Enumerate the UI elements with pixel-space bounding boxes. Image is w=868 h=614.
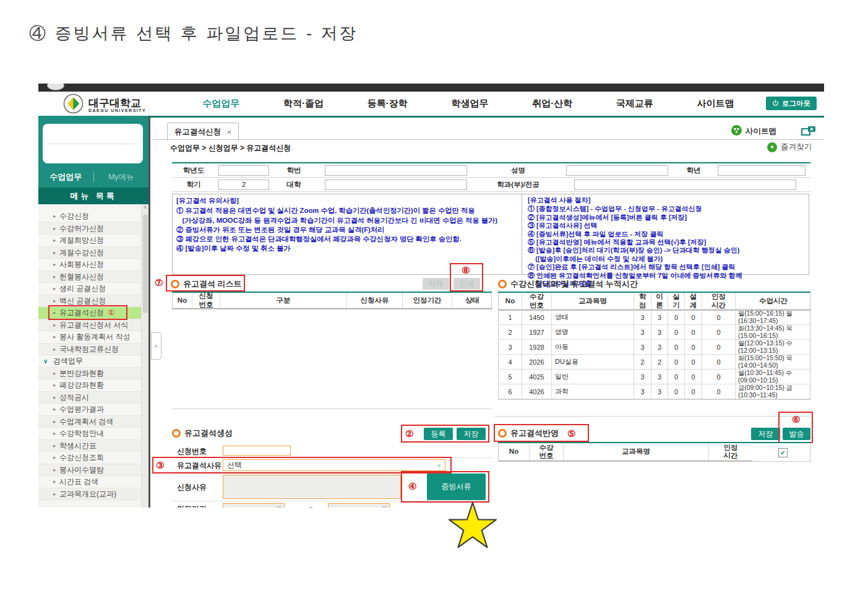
nav-item[interactable]: 등록·장학 (367, 98, 408, 110)
name-input[interactable] (566, 165, 668, 176)
sidebar-menu-item[interactable]: ▸ ∨ 유고결석신청서 서식 (38, 319, 141, 332)
sidebar-menu-item[interactable]: ▸ ∨ 사회봉사신청 (38, 259, 141, 271)
sidebar-menu-item[interactable]: ▸ ∨ 수강학점안내 (38, 428, 141, 440)
university-emblem-icon (63, 93, 84, 116)
notice-line: ① [종합정보시스템] - 수업업무 - 신청업무 - 유고결석신청 (528, 205, 805, 213)
grade-input[interactable] (718, 165, 805, 176)
nav-item[interactable]: 학적·졸업 (283, 98, 324, 110)
college-label: 대학 (272, 178, 316, 192)
sidebar-menu-item[interactable]: ▸ ∨ 교과목개요(교과) (38, 488, 141, 501)
sidebar-menu-item[interactable]: ▸ ∨ 수강신청조회 (38, 452, 141, 464)
sidebar-menu-item[interactable]: ▸ ∨ 봉사 활동계획서 작성 (38, 331, 141, 344)
annotation-step-7: ⑦ (155, 278, 163, 287)
sidebar-menu: ▸ ∨ 수강신청 ▸ ∨ 수강허가신청 ▸ ∨ 계절희망신청 (38, 204, 141, 508)
period-row: 인정기간 ▦ ~ ▦ (172, 501, 492, 508)
grade-label: 학년 (674, 163, 713, 178)
menu-item-label: 수업평가결과 (59, 405, 104, 413)
menu-item-label: 분반강좌현황 (59, 369, 104, 378)
reflection-column-header: 인정 시간 (709, 443, 752, 461)
applyno-input[interactable] (223, 446, 291, 456)
sidebar-menu-item[interactable]: ▸ ∨ 분반강좌현황 (38, 368, 141, 380)
content-tab[interactable]: 유고결석신청 × (167, 123, 239, 141)
notice-line: ⑥ [발송]후 [승인]처리 대기(학과(부)장 승인) -> 단과대학 행정실… (528, 246, 805, 254)
sidebar-menu-item[interactable]: ▸ ∨ 수강허가신청 (38, 223, 141, 235)
annotation-step-5: ⑤ (567, 429, 575, 438)
nav-item[interactable]: 학생업무 (451, 98, 488, 110)
absence-column-header: 인정기간 (403, 293, 452, 309)
menu-item-label: 봉사 활동계획서 작성 (59, 332, 131, 341)
item-arrow-icon: ▸ (53, 464, 56, 477)
sidebar-tab-my-menu[interactable]: My메뉴 (94, 172, 149, 183)
item-arrow-icon: ▸ (53, 379, 56, 392)
reflection-save-button[interactable]: 저장 (751, 428, 780, 440)
user-info-box (43, 124, 143, 163)
item-arrow-icon: ▸ (53, 223, 56, 235)
year-input[interactable] (218, 165, 270, 176)
nav-item[interactable]: 사이트맵 (697, 98, 734, 110)
sidebar-menu-item[interactable]: ▸ ∨ 수강신청 (38, 210, 141, 223)
notice-line: ⑤ [유고결석반영] 메뉴에서 적용할 교과목 선택(√)후 [저장] (528, 238, 805, 246)
sidebar-menu-item[interactable]: ▸ ∨ 수업계획서 검색 (38, 416, 141, 428)
delete-button[interactable]: 삭제 (423, 278, 449, 290)
menu-item-label: 계절희망신청 (59, 236, 104, 244)
sidebar-menu-item[interactable]: ▸ ∨ 봉사이수열람 (38, 464, 141, 477)
sidebar-menu-item[interactable]: ▸ ∨ 시간표 검색 (38, 476, 141, 488)
favorites-link[interactable]: ★ 즐겨찾기 (767, 142, 812, 152)
absence-list-bottom-line (172, 409, 492, 409)
sidebar-tab-class-work[interactable]: 수업업무 (38, 171, 93, 183)
item-arrow-icon: ▸ (53, 488, 56, 501)
annotation-step-1-box (48, 305, 127, 320)
annotation-step-4-box (401, 471, 489, 503)
sidebar-menu-item[interactable]: ▸ ∨ 검색업무 (38, 355, 141, 368)
reason-textarea[interactable] (223, 475, 401, 499)
tab-close-icon[interactable]: × (227, 128, 232, 137)
creation-save-button[interactable]: 저장 (457, 428, 486, 440)
sidebar-divider (148, 116, 150, 508)
sidebar-menu-item[interactable]: ▸ ∨ 생리 공결신청 (38, 283, 141, 295)
college-input[interactable] (325, 179, 468, 190)
sidebar-menu-item[interactable]: ▸ ∨ 국내학점교류신청 (38, 344, 141, 356)
select-all-checkbox[interactable]: ✔ (778, 448, 788, 457)
item-arrow-icon: ▸ (53, 368, 56, 380)
sidebar-menu-item[interactable]: ▸ ∨ 계절희망신청 (38, 235, 141, 247)
item-arrow-icon: ▸ (53, 416, 56, 428)
section-bullet-icon (171, 280, 179, 288)
year-label: 학년도 (172, 163, 215, 178)
major-input[interactable] (574, 179, 796, 190)
sidebar-menu-item[interactable]: ▸ ∨ 헌혈봉사신청 (38, 271, 141, 283)
sidebar-menu-item[interactable]: ▸ ∨ 폐강강좌현황 (38, 379, 141, 392)
menu-item-label: 봉사이수열람 (59, 465, 104, 474)
item-arrow-icon: ▸ (53, 476, 56, 488)
enrollment-column-header: 이 론 (651, 293, 668, 310)
calendar-icon[interactable]: ▦ (382, 505, 387, 508)
register-button[interactable]: 등록 (424, 428, 453, 440)
notice-line: ③ 폐강으로 인한 유고결석은 단과대학행정실에서 폐강과목 수강신청자 명단 … (176, 235, 518, 244)
nav-item[interactable]: 수업업무 (202, 98, 239, 110)
window-popup-icon[interactable] (801, 126, 816, 138)
sidebar-menu-item[interactable]: ▸ ∨ 학생시간표 (38, 440, 141, 452)
semester-input[interactable] (218, 179, 270, 190)
logo-title: 대구대학교 (88, 98, 146, 108)
enrollment-column-header: No (499, 293, 522, 310)
sidebar-menu-item[interactable]: ▸ ∨ 계절수강신청 (38, 247, 141, 259)
calendar-icon[interactable]: ▦ (277, 505, 282, 508)
sidebar-scrollbar-thumb[interactable] (143, 214, 148, 313)
period-start-input[interactable]: ▦ (223, 503, 285, 508)
menu-item-label: 사회봉사신청 (59, 260, 104, 269)
nav-item[interactable]: 취업·산학 (532, 98, 572, 110)
sidebar-menu-item[interactable]: ▸ ∨ 성적공시 (38, 392, 141, 404)
enrollment-column-header: 수강 번호 (522, 293, 552, 310)
logout-button[interactable]: 로그아웃 (766, 97, 817, 110)
notice-cautions-title: [유고결석 유의사항] (176, 196, 518, 205)
menu-item-label: 계절수강신청 (59, 248, 104, 257)
nav-item[interactable]: 국제교류 (616, 98, 653, 110)
period-end-input[interactable]: ▦ (328, 503, 390, 508)
menu-item-label: 성적공시 (59, 393, 89, 402)
sidebar-menu-item[interactable]: ▸ ∨ 수업평가결과 (38, 404, 141, 416)
sitemap-link[interactable]: 사이트맵 (731, 125, 776, 137)
studentno-input[interactable] (325, 165, 468, 176)
sidebar-collapse-handle[interactable]: < (151, 332, 161, 360)
enrollment-column-header: 학 점 (634, 293, 651, 310)
sidebar-tabs: 수업업무 My메뉴 (38, 168, 148, 186)
absence-column-header: 상태 (452, 293, 492, 309)
